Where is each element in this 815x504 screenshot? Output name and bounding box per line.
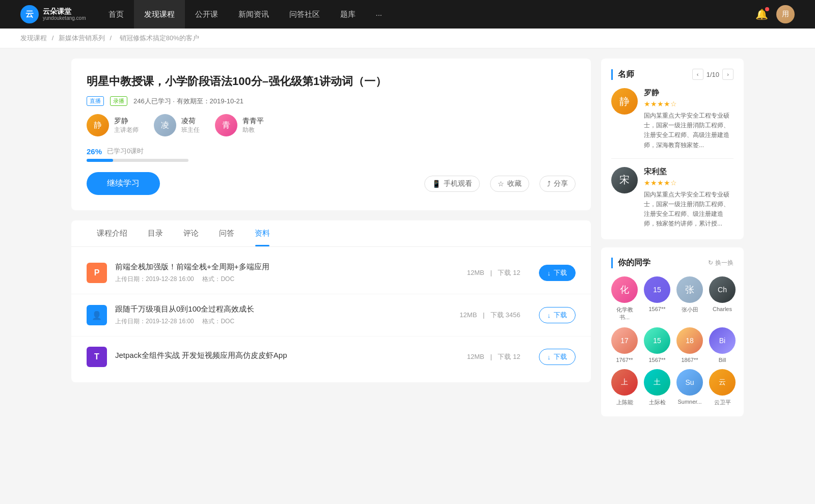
bell-button[interactable]: 🔔: [755, 8, 768, 20]
course-meta-text: 246人已学习 · 有效期至：2019-10-21: [133, 97, 243, 106]
resource-stats-2: 12MB | 下载 3456: [459, 311, 520, 320]
classmate-item-2[interactable]: 15 1567**: [644, 276, 670, 321]
classmate-name-5: 1767**: [616, 357, 633, 363]
tab-intro[interactable]: 课程介绍: [87, 220, 138, 246]
nav-menu: 首页 发现课程 公开课 新闻资讯 问答社区 题库 ···: [98, 0, 755, 29]
resource-item-3: T Jetpack全组件实战 开发短视频应用高仿皮皮虾App 12MB | 下载…: [71, 337, 591, 377]
user-avatar-nav[interactable]: 用: [776, 5, 795, 23]
teacher-name-1: 罗静: [114, 117, 139, 126]
prev-teacher-button[interactable]: ‹: [692, 69, 703, 80]
download-label-2: 下载: [554, 311, 567, 320]
breadcrumb-current: 销冠修炼术搞定80%的客户: [120, 34, 199, 42]
page-indicator: 1/10: [707, 71, 719, 78]
classmate-item-9[interactable]: 上 上陈能: [611, 369, 638, 406]
phone-label: 手机观看: [444, 179, 472, 188]
progress-bar-background: [87, 159, 188, 162]
breadcrumb-sep-1: /: [52, 34, 56, 42]
next-teacher-button[interactable]: ›: [722, 69, 734, 80]
nav-item-qa[interactable]: 问答社区: [279, 0, 330, 29]
action-links: 📱 手机观看 ☆ 收藏 ⤴ 分享: [424, 176, 576, 192]
share-button[interactable]: ⤴ 分享: [539, 176, 576, 192]
refresh-label: 换一换: [715, 259, 734, 267]
nav-right: 🔔 用: [755, 5, 795, 23]
download-label-3: 下载: [554, 352, 567, 361]
phone-icon: 📱: [432, 180, 441, 188]
tab-resource[interactable]: 资料: [244, 220, 280, 246]
phone-watch-button[interactable]: 📱 手机观看: [424, 176, 480, 192]
resource-title-2: 跟随千万级项目从0到100全过程高效成长: [115, 304, 451, 314]
nav-item-news[interactable]: 新闻资讯: [228, 0, 279, 29]
classmate-name-6: 1567**: [648, 357, 665, 363]
classmate-name-9: 上陈能: [616, 399, 633, 406]
resources-list: P 前端全栈加强版！前端全栈+全周期+多端应用 上传日期：2019-12-28 …: [71, 247, 591, 382]
resource-icon-1: P: [87, 263, 107, 283]
classmate-item-3[interactable]: 张 张小田: [676, 276, 703, 321]
classmate-item-5[interactable]: 17 1767**: [611, 327, 638, 363]
download-button-3[interactable]: ↓ 下载: [539, 349, 576, 365]
collect-button[interactable]: ☆ 收藏: [490, 176, 529, 192]
breadcrumb-link-2[interactable]: 新媒体营销系列: [59, 34, 105, 42]
teacher-avatar-1: 静: [87, 114, 109, 136]
classmates-sidebar-card: 你的同学 ↻ 换一换 化 化学教书... 15 1567** 张 张小田: [601, 247, 744, 416]
teacher-role-1: 主讲老师: [114, 126, 139, 134]
classmate-item-8[interactable]: Bi Bill: [709, 327, 736, 363]
download-button-1[interactable]: ↓ 下载: [539, 265, 576, 281]
action-row: 继续学习 📱 手机观看 ☆ 收藏 ⤴ 分享: [87, 172, 576, 195]
resource-icon-2: 👤: [87, 305, 107, 325]
share-label: 分享: [554, 179, 568, 188]
classmate-avatar-7: 18: [676, 327, 703, 354]
teacher-divider: [611, 158, 734, 159]
breadcrumb-link-1[interactable]: 发现课程: [20, 34, 47, 42]
nav-item-public[interactable]: 公开课: [185, 0, 228, 29]
tab-catalog[interactable]: 目录: [138, 220, 173, 246]
resource-info-1: 前端全栈加强版！前端全栈+全周期+多端应用 上传日期：2019-12-28 16…: [115, 262, 459, 284]
breadcrumb: 发现课程 / 新媒体营销系列 / 销冠修炼术搞定80%的客户: [0, 29, 815, 48]
classmate-avatar-11: Su: [676, 369, 703, 396]
nav-item-discover[interactable]: 发现课程: [134, 0, 185, 29]
classmate-avatar-6: 15: [644, 327, 670, 354]
course-card: 明星中教授课，小学阶段语法100分–强化级第1讲动词（一） 直播 录播 246人…: [71, 59, 591, 210]
nav-item-home[interactable]: 首页: [98, 0, 134, 29]
sidebar-teacher-stars-2: ★★★★☆: [644, 179, 734, 187]
resource-info-2: 跟随千万级项目从0到100全过程高效成长 上传日期：2019-12-28 16:…: [115, 304, 451, 326]
classmate-avatar-9: 上: [611, 369, 638, 396]
classmate-item-7[interactable]: 18 1867**: [676, 327, 703, 363]
download-icon-3: ↓: [548, 353, 551, 361]
resource-item-1: P 前端全栈加强版！前端全栈+全周期+多端应用 上传日期：2019-12-28 …: [71, 252, 591, 294]
classmate-item-11[interactable]: Su Sumner...: [676, 369, 703, 406]
refresh-icon: ↻: [708, 259, 713, 266]
classmate-avatar-1: 化: [611, 276, 638, 303]
avatar-image: 用: [776, 5, 795, 23]
sidebar-teacher-desc-2: 国内某重点大学安全工程专业硕士，国家一级注册消防工程师、注册安全工程师、级注册建…: [644, 190, 734, 229]
download-button-2[interactable]: ↓ 下载: [539, 307, 576, 323]
classmate-name-3: 张小田: [682, 306, 698, 314]
classmate-name-1: 化学教书...: [611, 306, 638, 321]
classmate-name-2: 1567**: [648, 306, 665, 312]
continue-button[interactable]: 继续学习: [87, 172, 160, 195]
classmate-item-4[interactable]: Ch Charles: [709, 276, 736, 321]
tabs-card: 课程介绍 目录 评论 问答 资料 P 前端全栈加强版！前端全栈+全周期+多端应用…: [71, 220, 591, 382]
classmate-item-6[interactable]: 15 1567**: [644, 327, 670, 363]
classmate-avatar-4: Ch: [709, 276, 736, 303]
refresh-classmates-button[interactable]: ↻ 换一换: [708, 259, 734, 267]
teacher-avatar-3: 青: [215, 114, 237, 136]
course-meta: 直播 录播 246人已学习 · 有效期至：2019-10-21: [87, 96, 576, 106]
resource-title-3: Jetpack全组件实战 开发短视频应用高仿皮皮虾App: [115, 351, 459, 360]
nav-item-more[interactable]: ···: [366, 0, 393, 29]
logo[interactable]: 云 云朵课堂 yundouketang.com: [20, 5, 86, 23]
sidebar-teacher-1: 静 罗静 ★★★★☆ 国内某重点大学安全工程专业硕士，国家一级注册消防工程师、注…: [611, 88, 734, 150]
classmate-item-1[interactable]: 化 化学教书...: [611, 276, 638, 321]
progress-bar-fill: [87, 159, 113, 162]
sidebar-teacher-avatar-1: 静: [611, 88, 638, 115]
right-sidebar: 名师 ‹ 1/10 › 静 罗静 ★★★★☆ 国内某重点大学安全工程专业硕士，国…: [601, 59, 744, 425]
tab-qa[interactable]: 问答: [209, 220, 244, 246]
tag-live: 直播: [87, 96, 104, 106]
classmates-section-title: 你的同学: [611, 258, 650, 268]
classmate-item-10[interactable]: 土 土际检: [644, 369, 670, 406]
classmates-grid: 化 化学教书... 15 1567** 张 张小田 Ch Charles 17: [611, 276, 734, 406]
sidebar-teacher-avatar-2: 宋: [611, 167, 638, 193]
nav-item-quiz[interactable]: 题库: [330, 0, 366, 29]
classmate-item-12[interactable]: 云 云卫平: [709, 369, 736, 406]
teachers-sidebar-card: 名师 ‹ 1/10 › 静 罗静 ★★★★☆ 国内某重点大学安全工程专业硕士，国…: [601, 59, 744, 239]
tab-review[interactable]: 评论: [173, 220, 209, 246]
